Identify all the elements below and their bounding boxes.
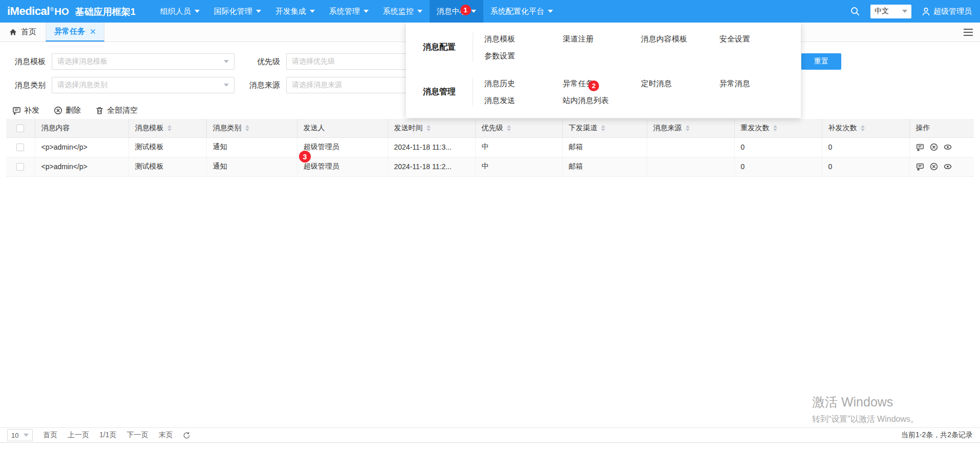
menu-link-message-send[interactable]: 消息发送 xyxy=(484,95,515,106)
menu-link-parameter-settings[interactable]: 参数设置 xyxy=(484,51,515,61)
cell-channel: 邮箱 xyxy=(562,157,647,176)
select-placeholder: 请选择优先级 xyxy=(292,57,335,66)
menu-link-site-message-list[interactable]: 站内消息列表 xyxy=(563,95,609,106)
page-size-select[interactable]: 10 xyxy=(7,429,33,441)
cell-send-time: 2024-11-18 11:3... xyxy=(388,137,475,157)
brand-suffix: HO xyxy=(54,6,69,17)
view-eye-icon[interactable] xyxy=(944,143,952,151)
last-page-link[interactable]: 末页 xyxy=(158,431,173,440)
circle-x-icon[interactable] xyxy=(930,162,938,171)
row-checkbox[interactable] xyxy=(16,163,24,171)
cell-channel: 邮箱 xyxy=(562,137,647,157)
next-page-link[interactable]: 下一页 xyxy=(126,431,148,440)
sort-icon xyxy=(507,125,511,131)
hamburger-menu-icon[interactable] xyxy=(964,29,973,36)
trash-icon xyxy=(95,106,104,115)
cell-message-template: 测试模板 xyxy=(129,157,206,176)
chevron-down-icon xyxy=(471,10,476,13)
message-center-dropdown: 消息配置 消息模板 参数设置 渠道注册 消息内容模板 安全设置 消息管理 消息历… xyxy=(406,23,801,118)
first-page-link[interactable]: 首页 xyxy=(43,431,57,440)
circle-x-icon[interactable] xyxy=(930,143,938,151)
menu-link-exception-tasks[interactable]: 异常任务 2 xyxy=(563,78,593,89)
windows-activation-watermark: 激活 Windows 转到“设置”以激活 Windows。 xyxy=(812,394,919,425)
table-header-row: 消息内容 消息模板 消息类别 发送人 发送时间 优先级 下发渠道 消息来源 重发… xyxy=(6,119,974,137)
app-title: 基础应用框架1 xyxy=(75,6,136,18)
delete-label: 删除 xyxy=(66,106,81,115)
resend-button[interactable]: 补发 xyxy=(12,106,39,115)
cell-message-category: 通知 xyxy=(206,157,297,176)
row-checkbox[interactable] xyxy=(16,144,24,151)
sort-icon xyxy=(245,125,249,131)
sort-icon xyxy=(861,125,865,131)
menu-link-message-template[interactable]: 消息模板 xyxy=(484,34,515,44)
menu-item-dev[interactable]: 开发集成 xyxy=(268,0,322,23)
col-resend-count[interactable]: 重发次数 xyxy=(734,119,822,137)
menu-link-scheduled-message[interactable]: 定时消息 xyxy=(641,78,672,89)
user-menu[interactable]: 超级管理员 xyxy=(922,7,972,16)
tab-home-label: 首页 xyxy=(21,27,36,37)
select-placeholder: 请选择消息来源 xyxy=(292,80,342,90)
menu-link-exception-message[interactable]: 异常消息 xyxy=(719,78,750,89)
menu-item-sysconfig-platform[interactable]: 系统配置化平台 xyxy=(483,0,560,23)
menu-item-label: 组织人员 xyxy=(160,7,191,16)
menu-item-label: 系统配置化平台 xyxy=(491,7,544,16)
registered-mark: ® xyxy=(50,7,54,12)
pagination-bar: 10 首页 上一页 1/1页 下一页 末页 当前1-2条，共2条记录 xyxy=(0,427,980,443)
reset-button[interactable]: 重置 xyxy=(801,53,841,70)
message-category-select[interactable]: 请选择消息类别 xyxy=(52,77,235,93)
resend-icon[interactable] xyxy=(916,143,924,151)
resend-icon[interactable] xyxy=(916,162,924,171)
cell-source xyxy=(647,137,734,157)
message-template-select[interactable]: 请选择消息模板 xyxy=(52,53,235,70)
row-actions xyxy=(916,143,968,151)
sort-icon xyxy=(427,125,431,131)
col-source[interactable]: 消息来源 xyxy=(647,119,734,137)
clear-all-button[interactable]: 全部清空 xyxy=(95,106,138,115)
delete-button[interactable]: 删除 xyxy=(54,106,81,115)
sort-icon xyxy=(686,125,690,131)
menu-item-sysmonitor[interactable]: 系统监控 xyxy=(376,0,430,23)
col-channel[interactable]: 下发渠道 xyxy=(562,119,647,137)
close-icon[interactable] xyxy=(90,29,96,34)
select-placeholder: 请选择消息模板 xyxy=(57,57,108,66)
col-message-content: 消息内容 xyxy=(35,119,129,137)
tab-home[interactable]: 首页 xyxy=(0,23,46,42)
col-message-template[interactable]: 消息模板 xyxy=(129,119,206,137)
filter-label-priority: 优先级 xyxy=(235,57,286,67)
prev-page-link[interactable]: 上一页 xyxy=(68,431,89,440)
col-actions: 操作 xyxy=(909,119,974,137)
menu-group-message-config: 消息配置 消息模板 参数设置 渠道注册 消息内容模板 安全设置 xyxy=(406,33,801,62)
menu-item-message-center[interactable]: 消息中心 1 xyxy=(430,0,483,23)
menu-link-message-content-template[interactable]: 消息内容模板 xyxy=(641,34,687,44)
menu-link-channel-register[interactable]: 渠道注册 xyxy=(563,34,593,44)
language-select[interactable]: 中文 xyxy=(870,5,911,18)
col-replay-count[interactable]: 补发次数 xyxy=(822,119,909,137)
cell-resend-count: 0 xyxy=(734,157,822,176)
cell-resend-count: 0 xyxy=(734,137,822,157)
menu-item-label: 开发集成 xyxy=(275,7,306,16)
menu-item-i18n[interactable]: 国际化管理 xyxy=(207,0,268,23)
watermark-line1: 激活 Windows xyxy=(812,394,919,411)
brand-name: iMedical xyxy=(7,5,50,18)
menu-link-message-history[interactable]: 消息历史 xyxy=(484,78,515,89)
menu-item-org[interactable]: 组织人员 xyxy=(153,0,207,23)
cell-send-time: 2024-11-18 11:2... xyxy=(388,157,475,176)
circle-x-icon xyxy=(54,106,62,115)
col-sender: 发送人 xyxy=(297,119,388,137)
row-actions xyxy=(916,162,968,171)
col-priority[interactable]: 优先级 xyxy=(475,119,562,137)
refresh-icon[interactable] xyxy=(183,432,190,439)
select-all-checkbox[interactable] xyxy=(16,125,24,132)
col-send-time[interactable]: 发送时间 xyxy=(388,119,475,137)
col-message-category[interactable]: 消息类别 xyxy=(206,119,297,137)
sort-icon xyxy=(601,125,605,131)
search-icon[interactable] xyxy=(850,6,860,16)
chevron-down-icon xyxy=(256,10,261,13)
tab-exception-tasks[interactable]: 异常任务 xyxy=(46,23,104,42)
chevron-down-icon xyxy=(364,10,369,13)
menu-item-sysmgmt[interactable]: 系统管理 xyxy=(322,0,376,23)
menu-link-security-settings[interactable]: 安全设置 xyxy=(719,34,750,44)
message-center-badge: 1 xyxy=(460,5,471,15)
step-annotation-3: 3 xyxy=(299,151,311,162)
view-eye-icon[interactable] xyxy=(944,162,952,171)
